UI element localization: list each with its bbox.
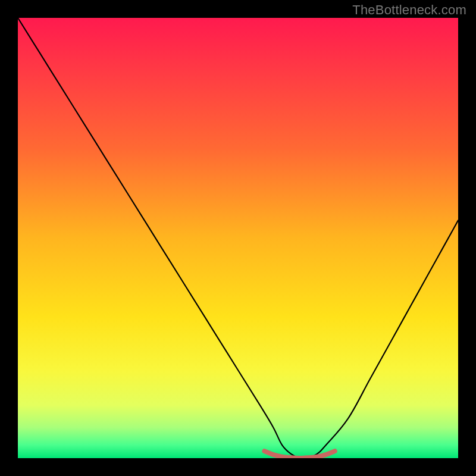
chart-svg — [18, 18, 458, 458]
watermark-text: TheBottleneck.com — [352, 2, 466, 18]
gradient-background — [18, 18, 458, 458]
chart-frame: TheBottleneck.com — [0, 0, 476, 476]
plot-area — [18, 18, 458, 458]
